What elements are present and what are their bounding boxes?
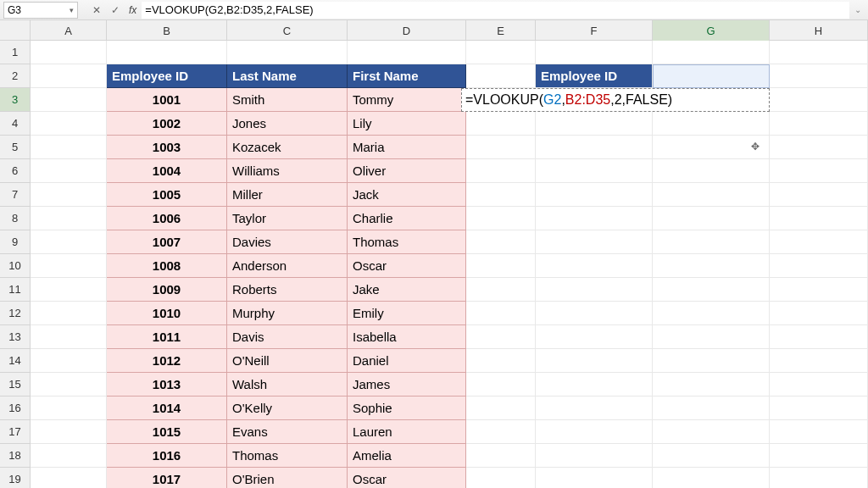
row-header-12[interactable]: 12	[0, 302, 30, 325]
cell-H18[interactable]	[770, 444, 868, 468]
chevron-down-icon[interactable]: ▾	[70, 6, 74, 14]
cell-F13[interactable]	[536, 325, 653, 349]
column-header-D[interactable]: D	[348, 20, 466, 41]
cell-A2[interactable]	[31, 64, 107, 88]
name-box[interactable]: G3 ▾	[3, 2, 78, 19]
table-row[interactable]: O'Brien	[227, 468, 348, 488]
table-row[interactable]: Lily	[348, 112, 466, 136]
row-header-2[interactable]: 2	[0, 64, 30, 88]
table-row[interactable]: Walsh	[227, 373, 348, 396]
cell-E11[interactable]	[466, 278, 536, 302]
cell-H12[interactable]	[770, 302, 868, 325]
cell-F7[interactable]	[536, 183, 653, 207]
cell-D1[interactable]	[348, 41, 466, 64]
table-row[interactable]: 1003	[107, 136, 227, 159]
table-row[interactable]: 1006	[107, 207, 227, 230]
cell-A8[interactable]	[31, 207, 107, 230]
table-row[interactable]: Kozacek	[227, 136, 348, 159]
table-row[interactable]: Williams	[227, 159, 348, 183]
row-header-5[interactable]: 5	[0, 136, 30, 159]
cell-G18[interactable]	[653, 444, 770, 468]
cell-F10[interactable]	[536, 254, 653, 278]
table-header-employee-id[interactable]: Employee ID	[107, 64, 227, 88]
cell-A11[interactable]	[31, 278, 107, 302]
cell-E18[interactable]	[466, 444, 536, 468]
row-header-11[interactable]: 11	[0, 278, 30, 302]
cell-G11[interactable]	[653, 278, 770, 302]
table-row[interactable]: Tommy	[348, 88, 466, 112]
cell-H1[interactable]	[770, 41, 868, 64]
table-row[interactable]: Davis	[227, 325, 348, 349]
inline-formula-editor[interactable]: =VLOOKUP(G2,B2:D35,2,FALSE)	[461, 88, 770, 112]
lookup-header[interactable]: Employee ID	[536, 64, 653, 88]
cell-F9[interactable]	[536, 230, 653, 254]
cell-G14[interactable]	[653, 349, 770, 373]
table-row[interactable]: 1005	[107, 183, 227, 207]
cell-H13[interactable]	[770, 325, 868, 349]
table-row[interactable]: Oscar	[348, 468, 466, 488]
cell-F17[interactable]	[536, 420, 653, 444]
table-row[interactable]: 1009	[107, 278, 227, 302]
cell-H15[interactable]	[770, 373, 868, 396]
cell-F6[interactable]	[536, 159, 653, 183]
row-header-16[interactable]: 16	[0, 396, 30, 420]
table-header-last-name[interactable]: Last Name	[227, 64, 348, 88]
cell-H5[interactable]	[770, 136, 868, 159]
row-header-4[interactable]: 4	[0, 112, 30, 136]
cell-C1[interactable]	[227, 41, 348, 64]
column-header-E[interactable]: E	[466, 20, 536, 41]
table-row[interactable]: James	[348, 373, 466, 396]
cell-E14[interactable]	[466, 349, 536, 373]
row-header-18[interactable]: 18	[0, 444, 30, 468]
cell-A5[interactable]	[31, 136, 107, 159]
table-row[interactable]: Thomas	[227, 444, 348, 468]
cell-H2[interactable]	[770, 64, 868, 88]
cell-F15[interactable]	[536, 373, 653, 396]
table-row[interactable]: Taylor	[227, 207, 348, 230]
cell-G7[interactable]	[653, 183, 770, 207]
table-row[interactable]: Jake	[348, 278, 466, 302]
row-header-17[interactable]: 17	[0, 420, 30, 444]
cell-F19[interactable]	[536, 468, 653, 488]
cell-A9[interactable]	[31, 230, 107, 254]
table-row[interactable]: O'Neill	[227, 349, 348, 373]
cell-A10[interactable]	[31, 254, 107, 278]
table-row[interactable]: Smith	[227, 88, 348, 112]
cell-H19[interactable]	[770, 468, 868, 488]
row-header-19[interactable]: 19	[0, 468, 30, 488]
cell-F12[interactable]	[536, 302, 653, 325]
table-row[interactable]: Anderson	[227, 254, 348, 278]
cell-F4[interactable]	[536, 112, 653, 136]
table-row[interactable]: 1004	[107, 159, 227, 183]
cell-F8[interactable]	[536, 207, 653, 230]
table-row[interactable]: O'Kelly	[227, 396, 348, 420]
cell-G12[interactable]	[653, 302, 770, 325]
expand-formula-bar-icon[interactable]: ⌄	[851, 5, 865, 14]
table-row[interactable]: Jones	[227, 112, 348, 136]
cell-A7[interactable]	[31, 183, 107, 207]
spreadsheet-grid[interactable]: ABCDEFGH 12345678910111213141516171819 E…	[0, 20, 868, 488]
cell-E10[interactable]	[466, 254, 536, 278]
table-row[interactable]: 1013	[107, 373, 227, 396]
column-header-H[interactable]: H	[770, 20, 868, 41]
cell-A15[interactable]	[31, 373, 107, 396]
cell-E13[interactable]	[466, 325, 536, 349]
cell-E4[interactable]	[466, 112, 536, 136]
cell-E15[interactable]	[466, 373, 536, 396]
cell-E8[interactable]	[466, 207, 536, 230]
cell-A18[interactable]	[31, 444, 107, 468]
cell-E19[interactable]	[466, 468, 536, 488]
table-row[interactable]: 1010	[107, 302, 227, 325]
cell-H3[interactable]	[770, 88, 868, 112]
row-header-7[interactable]: 7	[0, 183, 30, 207]
cell-F18[interactable]	[536, 444, 653, 468]
cell-A19[interactable]	[31, 468, 107, 488]
cell-E9[interactable]	[466, 230, 536, 254]
cell-E5[interactable]	[466, 136, 536, 159]
table-row[interactable]: Evans	[227, 420, 348, 444]
cell-H16[interactable]	[770, 396, 868, 420]
cell-H4[interactable]	[770, 112, 868, 136]
cell-G6[interactable]	[653, 159, 770, 183]
cell-A16[interactable]	[31, 396, 107, 420]
cell-F11[interactable]	[536, 278, 653, 302]
